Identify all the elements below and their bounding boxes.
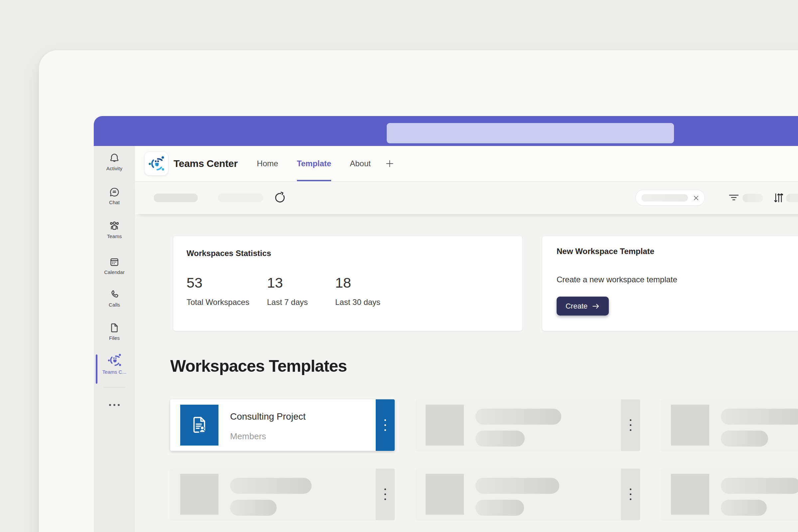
tab-about[interactable]: About — [350, 146, 371, 181]
filter-icon — [728, 192, 739, 203]
app-rail: Activity Chat — [94, 146, 135, 532]
template-card-consulting-project[interactable]: Consulting Project Members — [170, 399, 395, 451]
filter-label-placeholder — [742, 194, 763, 202]
bell-icon — [109, 153, 120, 164]
refresh-button[interactable] — [273, 191, 287, 205]
titlebar-search-placeholder[interactable] — [387, 123, 674, 143]
search-input[interactable] — [635, 190, 705, 206]
template-card-skeleton[interactable] — [170, 469, 395, 520]
sidebar-item-chat[interactable]: Chat — [94, 187, 135, 205]
new-workspace-template-card: New Workspace Template Create a new work… — [542, 236, 798, 331]
calendar-icon — [109, 256, 120, 268]
template-card-skeleton[interactable] — [661, 399, 798, 451]
app-title: Teams Center — [174, 158, 238, 169]
skeleton-thumbnail — [425, 474, 464, 515]
create-button-label: Create — [566, 302, 588, 310]
template-row — [170, 469, 798, 520]
new-template-title: New Workspace Template — [557, 247, 654, 256]
sidebar-item-teams-center[interactable]: Teams C... — [94, 353, 135, 375]
sort-icon — [774, 191, 783, 205]
new-template-description: Create a new workspace template — [557, 275, 677, 284]
kebab-icon — [384, 419, 386, 421]
stats-row: 53 Total Workspaces 13 Last 7 days 18 La… — [187, 274, 380, 307]
skeleton-subtitle-bar — [721, 431, 768, 446]
template-menu-button[interactable] — [621, 399, 640, 451]
skeleton-thumbnail — [425, 405, 464, 445]
stat-total-workspaces: 53 Total Workspaces — [187, 274, 267, 307]
sidebar-item-label: Teams — [107, 233, 122, 239]
create-button[interactable]: Create — [557, 297, 609, 316]
rail-divider — [103, 387, 125, 387]
skeleton-thumbnail — [180, 474, 218, 515]
arrow-right-icon — [592, 303, 600, 309]
sidebar-item-calendar[interactable]: Calendar — [94, 256, 135, 275]
stat-label: Last 30 days — [335, 298, 380, 307]
template-card-skeleton[interactable] — [416, 399, 640, 451]
tab-template[interactable]: Template — [297, 146, 331, 181]
skeleton-subtitle-bar — [475, 500, 524, 516]
people-icon — [108, 220, 120, 232]
stat-label: Total Workspaces — [187, 298, 267, 307]
clear-search-button[interactable] — [692, 194, 700, 202]
skeleton-subtitle-bar — [230, 500, 277, 516]
template-menu-button[interactable] — [376, 469, 395, 520]
teams-center-logo-icon — [107, 353, 122, 367]
sidebar-item-teams[interactable]: Teams — [94, 220, 135, 239]
skeleton-title-bar — [475, 408, 561, 424]
toolbar-command-placeholder[interactable] — [154, 193, 198, 202]
skeleton-title-bar — [721, 478, 798, 494]
stat-value: 53 — [187, 274, 267, 291]
sort-button[interactable] — [774, 191, 783, 205]
app-tabs: Home Template About — [257, 146, 371, 181]
add-tab-button[interactable] — [385, 158, 395, 169]
stat-value: 18 — [335, 274, 380, 291]
skeleton-subtitle-bar — [721, 500, 767, 516]
skeleton-title-bar — [721, 408, 798, 424]
sidebar-item-label: Calls — [109, 302, 120, 307]
stat-last-30-days: 18 Last 30 days — [335, 274, 380, 307]
sidebar-item-calls[interactable]: Calls — [94, 289, 135, 307]
search-placeholder-bar — [641, 194, 688, 202]
template-card-skeleton[interactable] — [416, 469, 640, 520]
sort-label-placeholder — [786, 194, 798, 202]
app-body: Activity Chat — [94, 146, 798, 532]
more-apps-button[interactable] — [94, 404, 135, 406]
skeleton-title-bar — [230, 478, 311, 494]
toolbar-command-placeholder[interactable] — [218, 193, 263, 202]
ellipsis-icon — [109, 404, 111, 406]
phone-icon — [109, 289, 120, 300]
template-title: Consulting Project — [230, 411, 306, 422]
workspaces-statistics-card: Workspaces Statistics 53 Total Workspace… — [173, 236, 523, 331]
template-menu-button[interactable] — [621, 469, 640, 520]
kebab-icon — [384, 489, 386, 490]
tab-home[interactable]: Home — [257, 146, 278, 181]
filter-button[interactable] — [728, 192, 739, 203]
kebab-icon — [630, 419, 631, 421]
teams-center-app-logo — [145, 152, 168, 175]
teams-app-window: Activity Chat — [94, 116, 798, 532]
skeleton-thumbnail — [671, 474, 709, 515]
kebab-icon — [630, 489, 631, 490]
workspaces-templates-heading: Workspaces Templates — [170, 357, 347, 376]
template-menu-button[interactable] — [376, 399, 395, 451]
stat-value: 13 — [267, 274, 335, 291]
app-header: Teams Center Home Template About — [135, 146, 798, 182]
page-content: Workspaces Statistics 53 Total Workspace… — [135, 214, 798, 532]
refresh-icon — [273, 191, 287, 205]
chat-icon — [109, 187, 120, 198]
stat-label: Last 7 days — [267, 298, 335, 307]
sidebar-item-label: Activity — [107, 166, 122, 171]
sidebar-item-activity[interactable]: Activity — [94, 153, 135, 171]
close-icon — [692, 194, 700, 202]
template-card-skeleton[interactable] — [661, 469, 798, 520]
plus-icon — [385, 158, 395, 169]
template-row: Consulting Project Members — [170, 399, 798, 451]
file-icon — [109, 322, 120, 334]
skeleton-title-bar — [475, 478, 559, 494]
sidebar-item-label: Teams C... — [102, 369, 127, 375]
sidebar-item-label: Calendar — [104, 269, 125, 275]
teams-center-logo-color-icon — [148, 155, 165, 172]
document-person-icon — [189, 414, 210, 436]
sidebar-item-files[interactable]: Files — [94, 322, 135, 341]
template-thumbnail — [180, 405, 218, 445]
